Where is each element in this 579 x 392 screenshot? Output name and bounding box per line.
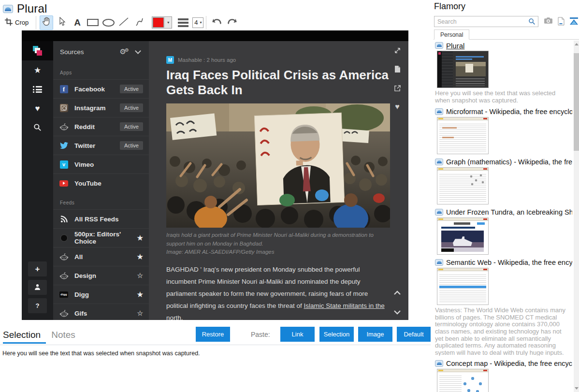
item-thumbnail[interactable] xyxy=(437,369,489,392)
item-title[interactable]: Graph (mathematics) - Wikipedia, the fre… xyxy=(446,158,572,166)
external-link-icon[interactable] xyxy=(393,84,402,92)
expand-icon[interactable] xyxy=(393,46,402,55)
app-row-vimeo[interactable]: v Vimeo xyxy=(53,155,149,174)
favorite-heart-icon[interactable]: ♥ xyxy=(393,102,402,111)
list-item[interactable]: Plural Here you will see the text that w… xyxy=(435,42,572,104)
squiggle-icon xyxy=(134,16,144,29)
rail-likes[interactable]: ♥ xyxy=(22,99,53,118)
line-icon xyxy=(118,17,129,29)
page-icon[interactable] xyxy=(557,17,567,26)
crop-button[interactable]: Crop xyxy=(1,15,32,30)
favorite-star-outline-icon[interactable]: ☆ xyxy=(137,309,143,317)
article-photo xyxy=(166,103,390,228)
chevron-down-icon[interactable] xyxy=(393,308,402,317)
redo-icon xyxy=(226,17,238,28)
paste-default-button[interactable]: Default xyxy=(397,327,431,342)
tab-personal[interactable]: Personal xyxy=(434,29,469,40)
color-swatch-red[interactable] xyxy=(153,17,164,28)
restore-button[interactable]: Restore xyxy=(196,327,230,342)
color-picker[interactable]: ▾ xyxy=(152,16,172,29)
concept-map-doodle xyxy=(460,376,485,392)
app-row-facebook[interactable]: f Facebook Active xyxy=(53,79,149,98)
text-tool-button[interactable]: A xyxy=(71,15,84,30)
help-button[interactable]: ? xyxy=(28,298,47,313)
item-title[interactable]: Microformat - Wikipedia, the free encycl… xyxy=(446,108,572,116)
favorite-star-icon[interactable]: ★ xyxy=(137,290,143,298)
favorite-star-outline-icon[interactable]: ☆ xyxy=(137,272,143,279)
app-row-reddit[interactable]: Reddit Active xyxy=(53,117,149,136)
freehand-tool-button[interactable] xyxy=(132,15,146,30)
line-tool-button[interactable] xyxy=(117,15,130,30)
tab-notes[interactable]: Notes xyxy=(51,330,75,340)
item-thumbnail[interactable] xyxy=(437,218,489,255)
color-dropdown-arrow[interactable]: ▾ xyxy=(164,17,172,28)
feed-row-design[interactable]: Design ☆ xyxy=(53,266,149,285)
item-thumbnail[interactable] xyxy=(437,167,489,204)
mashable-icon: M xyxy=(166,56,174,64)
favorite-star-icon[interactable]: ★ xyxy=(137,253,143,261)
flamory-item-icon xyxy=(435,360,443,367)
item-title[interactable]: Plural xyxy=(446,42,464,49)
scroll-to-top-icon[interactable] xyxy=(569,17,579,26)
rail-list[interactable] xyxy=(22,80,53,99)
scroll-down-arrow[interactable] xyxy=(575,387,579,390)
tab-selection[interactable]: Selection xyxy=(3,330,41,340)
snapshot-black-bar xyxy=(22,30,408,41)
undo-button[interactable] xyxy=(210,15,223,30)
plus-icon: + xyxy=(35,264,40,274)
item-thumbnail[interactable] xyxy=(437,51,489,88)
settings-gears-icon[interactable]: ⚙⚙ xyxy=(120,47,129,56)
item-title[interactable]: Concept map - Wikipedia, the free encycl… xyxy=(446,360,572,367)
ellipse-tool-button[interactable] xyxy=(101,15,115,30)
scroll-up-arrow[interactable] xyxy=(575,43,579,45)
snapshot-image[interactable]: ★ ♥ + ? xyxy=(22,30,408,320)
document-icon[interactable] xyxy=(393,65,402,73)
list-item[interactable]: Under Frozen Tundra, an Icebreaking Ship… xyxy=(435,208,572,255)
flamory-item-icon xyxy=(435,108,443,115)
feed-row-all[interactable]: All ★ xyxy=(53,247,149,266)
item-snippet: Vastness: The World Wide Web contains ma… xyxy=(435,307,571,356)
app-row-instagram[interactable]: Instagram Active xyxy=(53,98,149,117)
chevron-down-icon[interactable] xyxy=(135,48,141,54)
hand-tool-button[interactable] xyxy=(40,15,53,30)
item-title[interactable]: Under Frozen Tundra, an Icebreaking Ship… xyxy=(446,208,572,216)
feed-row-500px[interactable]: 500px: Editors' Choice ★ xyxy=(53,228,149,247)
favorite-star-icon[interactable]: ★ xyxy=(137,234,143,242)
rectangle-tool-button[interactable] xyxy=(86,15,100,30)
list-item[interactable]: Graph (mathematics) - Wikipedia, the fre… xyxy=(435,158,572,204)
panel-title: Flamory xyxy=(434,1,465,12)
panel-scrollbar[interactable] xyxy=(574,41,579,392)
chevron-up-icon[interactable] xyxy=(393,289,402,297)
app-name: Vimeo xyxy=(74,161,94,168)
select-tool-button[interactable] xyxy=(55,15,69,30)
account-button[interactable] xyxy=(28,280,47,295)
camera-icon[interactable] xyxy=(544,17,553,26)
app-row-twitter[interactable]: Twitter Active xyxy=(53,136,149,155)
list-item[interactable]: Microformat - Wikipedia, the free encycl… xyxy=(435,108,572,154)
search-input[interactable] xyxy=(434,16,538,27)
app-row-youtube[interactable]: YouTube xyxy=(53,174,149,192)
list-item[interactable]: Semantic Web - Wikipedia, the free encyc… xyxy=(435,259,572,356)
app-logo-tile[interactable] xyxy=(22,41,53,60)
feed-row-all-rss[interactable]: All RSS Feeds xyxy=(53,209,149,228)
feed-row-digg[interactable]: digg Digg ★ xyxy=(53,285,149,304)
rss-icon xyxy=(59,215,69,223)
add-source-button[interactable]: + xyxy=(28,261,47,276)
thickness-icon xyxy=(178,18,188,27)
scrollbar-thumb[interactable] xyxy=(574,53,579,151)
item-thumbnail[interactable] xyxy=(437,117,489,154)
item-thumbnail[interactable] xyxy=(437,268,489,305)
rail-favorites[interactable]: ★ xyxy=(22,60,53,80)
app-icon-rail: ★ ♥ + ? xyxy=(22,41,53,320)
item-title[interactable]: Semantic Web - Wikipedia, the free encyc… xyxy=(446,259,572,266)
redo-button[interactable] xyxy=(225,15,239,30)
feed-row-gifs[interactable]: Gifs ☆ xyxy=(53,304,149,320)
thickness-dropdown[interactable]: 4 ▾ xyxy=(192,17,203,28)
facebook-icon: f xyxy=(60,85,68,93)
paste-link-button[interactable]: Link xyxy=(280,327,315,342)
paste-image-button[interactable]: Image xyxy=(358,327,392,342)
rail-search[interactable] xyxy=(22,118,53,138)
search-icon[interactable] xyxy=(528,18,536,27)
paste-selection-button[interactable]: Selection xyxy=(319,327,354,342)
list-item[interactable]: Concept map - Wikipedia, the free encycl… xyxy=(435,360,572,392)
